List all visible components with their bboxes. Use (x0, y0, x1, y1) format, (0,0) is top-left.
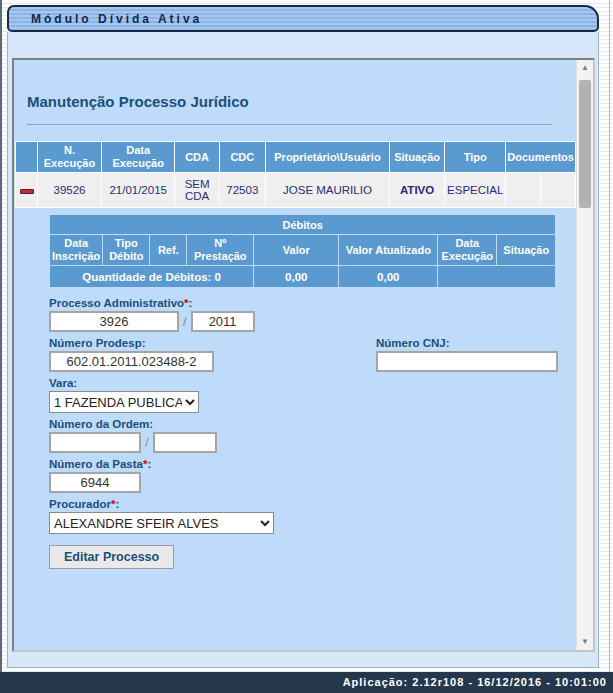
window-right-edge (609, 0, 610, 693)
row-action-cell (16, 173, 37, 207)
title-divider (27, 124, 552, 125)
procurador-label: Procurador*: (49, 498, 569, 510)
field-numero-ordem: Número da Ordem: / (49, 418, 569, 453)
cda-link[interactable]: SEM CDA (175, 173, 218, 207)
debitos-count: Quantidade de Débitos: 0 (50, 266, 253, 287)
scroll-up-icon[interactable]: ▲ (577, 60, 593, 76)
debitos-header-ref: Ref. (150, 235, 186, 265)
vara-label: Vara: (49, 377, 569, 389)
cell-proprietario-usuario: JOSE MAURILIO (266, 173, 389, 207)
scrollbar-thumb[interactable] (579, 80, 591, 208)
cell-data-execucao: 21/01/2015 (102, 173, 174, 207)
process-table: N. Execução Data Execução CDA CDC Propri… (15, 141, 576, 208)
window-left-edge (0, 0, 2, 693)
processo-administrativo-label: Processo Administrativo*: (49, 297, 569, 309)
editar-processo-button[interactable]: Editar Processo (49, 545, 174, 569)
debitos-title-row: Débitos (50, 215, 555, 234)
column-header-proprietario-usuario: Proprietário\Usuário (266, 142, 389, 172)
module-title: Módulo Dívida Ativa (31, 12, 202, 26)
column-header-tipo: Tipo (445, 142, 505, 172)
debitos-header-valor: Valor (254, 235, 338, 265)
debitos-valor-atualizado-total: 0,00 (339, 266, 437, 287)
vara-select[interactable]: 1 FAZENDA PUBLICA (49, 391, 199, 413)
field-numero-pasta: Número da Pasta*: (49, 458, 569, 493)
field-numero-cnj: Número CNJ: (376, 337, 558, 372)
cell-documento-1 (506, 173, 540, 207)
vertical-scrollbar[interactable]: ▲ ▼ (576, 60, 593, 650)
numero-prodesp-label: Número Prodesp: (49, 337, 376, 349)
field-procurador: Procurador*: ALEXANDRE SFEIR ALVES (49, 498, 569, 534)
debitos-header-data-execucao: Data Execução (438, 235, 496, 265)
numero-cnj-input[interactable] (376, 351, 558, 372)
debitos-summary-row: Quantidade de Débitos: 0 0,00 0,00 (50, 266, 555, 287)
field-separator: / (183, 314, 187, 329)
process-table-row: 39526 21/01/2015 SEM CDA 72503 JOSE MAUR… (16, 173, 575, 207)
numero-cnj-label: Número CNJ: (376, 337, 558, 349)
status-bar: Aplicação: 2.12r108 - 16/12/2016 - 10:01… (0, 672, 613, 693)
cell-cdc: 72503 (220, 173, 265, 207)
column-header-n-execucao: N. Execução (38, 142, 101, 172)
field-numero-prodesp: Número Prodesp: (49, 337, 376, 372)
numero-ordem-input-1[interactable] (49, 432, 141, 453)
column-header-cda: CDA (175, 142, 218, 172)
numero-ordem-label: Número da Ordem: (49, 418, 569, 430)
process-form: Processo Administrativo*: / Número Prode… (49, 297, 569, 569)
window-frame: Manutenção Processo Jurídico N. Execução… (7, 32, 599, 668)
content-panel: Manutenção Processo Jurídico N. Execução… (12, 58, 595, 652)
column-header-data-execucao: Data Execução (102, 142, 174, 172)
field-separator: / (145, 435, 149, 450)
scroll-down-icon[interactable]: ▼ (577, 634, 593, 650)
debitos-header-valor-atualizado: Valor Atualizado (339, 235, 437, 265)
debitos-header-situacao: Situação (497, 235, 555, 265)
debitos-header-row: Data Inscrição Tipo Débito Ref. Nº Prest… (50, 235, 555, 265)
cell-n-execucao: 39526 (38, 173, 101, 207)
debitos-valor-total: 0,00 (254, 266, 338, 287)
numero-ordem-input-2[interactable] (153, 432, 217, 453)
numero-pasta-label: Número da Pasta*: (49, 458, 569, 470)
column-header-situacao: Situação (390, 142, 444, 172)
field-processo-administrativo: Processo Administrativo*: / (49, 297, 569, 332)
column-header-documentos: Documentos (506, 142, 575, 172)
numero-pasta-input[interactable] (49, 472, 141, 493)
debitos-title: Débitos (50, 215, 555, 234)
numero-prodesp-input[interactable] (49, 351, 214, 372)
processo-administrativo-year-input[interactable] (191, 311, 255, 332)
panel-content: Manutenção Processo Jurídico N. Execução… (14, 60, 576, 650)
column-header-cdc: CDC (220, 142, 265, 172)
cell-tipo: ESPECIAL (445, 173, 505, 207)
module-title-bar: Módulo Dívida Ativa (7, 5, 599, 32)
processo-administrativo-number-input[interactable] (49, 311, 179, 332)
actions-column-header (16, 142, 37, 172)
page-title: Manutenção Processo Jurídico (27, 93, 576, 110)
debitos-table: Débitos Data Inscrição Tipo Débito Ref. … (49, 214, 556, 288)
application-window: Módulo Dívida Ativa Manutenção Processo … (0, 0, 613, 693)
cell-situacao: ATIVO (390, 173, 444, 207)
status-text: Aplicação: 2.12r108 - 16/12/2016 - 10:01… (343, 676, 607, 688)
debitos-header-n-prestacao: Nº Prestação (187, 235, 253, 265)
remove-icon[interactable] (20, 189, 34, 194)
debitos-summary-empty (438, 266, 555, 287)
cell-documento-2 (541, 173, 575, 207)
procurador-select[interactable]: ALEXANDRE SFEIR ALVES (49, 512, 274, 534)
debitos-header-data-inscricao: Data Inscrição (50, 235, 102, 265)
debitos-header-tipo-debito: Tipo Débito (103, 235, 149, 265)
process-table-header-row: N. Execução Data Execução CDA CDC Propri… (16, 142, 575, 172)
field-vara: Vara: 1 FAZENDA PUBLICA (49, 377, 569, 413)
